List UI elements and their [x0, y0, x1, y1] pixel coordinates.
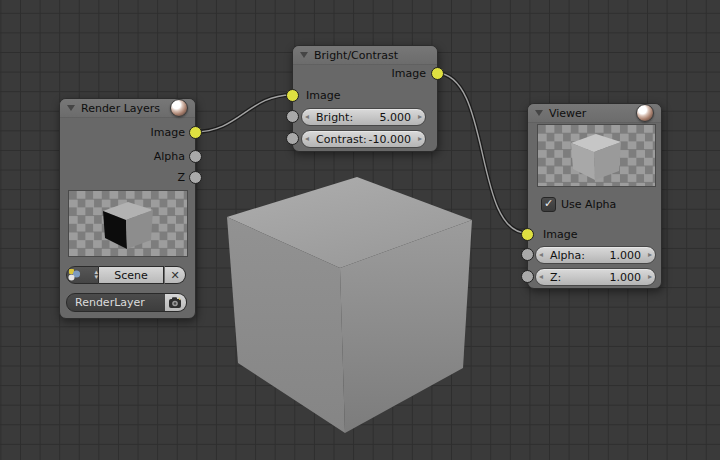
- input-label-image: Image: [543, 228, 577, 241]
- render-camera-icon: [168, 296, 183, 309]
- input-socket-z[interactable]: [521, 270, 534, 283]
- output-label-alpha: Alpha: [154, 150, 185, 163]
- render-layer-dropdown[interactable]: RenderLayer ▴ ▾: [66, 293, 176, 312]
- viewer-header[interactable]: Viewer: [528, 104, 661, 123]
- node-title: Render Layers: [81, 102, 160, 115]
- node-bright-contrast[interactable]: Bright/Contrast Image Image ◂ Bright: 5.…: [292, 45, 438, 152]
- output-label-z: Z: [177, 171, 185, 184]
- viewer-preview-thumbnail: [537, 124, 656, 187]
- decrement-arrow-icon[interactable]: ◂: [302, 132, 312, 146]
- bright-contrast-header[interactable]: Bright/Contrast: [293, 46, 437, 65]
- scene-icon: [67, 268, 82, 282]
- input-label-image: Image: [306, 89, 340, 102]
- input-socket-image[interactable]: [286, 89, 299, 102]
- increment-arrow-icon[interactable]: ▸: [415, 132, 425, 146]
- z-value: 1.000: [609, 271, 645, 284]
- output-socket-image[interactable]: [189, 126, 202, 139]
- output-label-image: Image: [151, 126, 185, 139]
- bright-slider[interactable]: ◂ Bright: 5.000 ▸: [301, 108, 426, 126]
- node-title: Viewer: [549, 107, 586, 120]
- noodle-brightcontrast-to-viewer: [436, 73, 527, 233]
- output-socket-alpha[interactable]: [189, 150, 202, 163]
- input-socket-contrast[interactable]: [286, 132, 299, 145]
- input-socket-alpha[interactable]: [521, 248, 534, 261]
- render-layer-value: RenderLayer: [75, 296, 145, 309]
- collapse-triangle-icon[interactable]: [300, 52, 308, 58]
- contrast-value: -10.000: [369, 133, 415, 146]
- decrement-arrow-icon[interactable]: ◂: [536, 248, 546, 262]
- scene-cycle-arrows-icon[interactable]: ▴ ▾: [94, 270, 98, 280]
- alpha-slider[interactable]: ◂ Alpha: 1.000 ▸: [535, 246, 656, 264]
- scene-name-field[interactable]: Scene: [99, 266, 164, 284]
- output-socket-image[interactable]: [431, 67, 444, 80]
- node-viewer[interactable]: Viewer ✓ Use Alpha Image ◂ Alpha: 1.000 …: [527, 103, 662, 289]
- collapse-triangle-icon[interactable]: [535, 110, 543, 116]
- material-sphere-icon[interactable]: [636, 104, 654, 122]
- output-label-image: Image: [392, 67, 426, 80]
- scene-browse-button[interactable]: ▴ ▾: [66, 266, 99, 284]
- render-preview-thumbnail: [68, 190, 188, 257]
- preview-cube-dark: [69, 191, 187, 256]
- alpha-value: 1.000: [609, 249, 645, 262]
- check-icon: ✓: [544, 197, 553, 210]
- rerender-layer-button[interactable]: [165, 293, 187, 312]
- input-socket-image[interactable]: [521, 228, 534, 241]
- contrast-slider[interactable]: ◂ Contrast: -10.000 ▸: [301, 130, 426, 148]
- increment-arrow-icon[interactable]: ▸: [645, 248, 655, 262]
- increment-arrow-icon[interactable]: ▸: [645, 270, 655, 284]
- collapse-triangle-icon[interactable]: [67, 105, 75, 111]
- bright-value: 5.000: [379, 111, 415, 124]
- scene-selector[interactable]: ▴ ▾ Scene ✕: [66, 266, 186, 284]
- increment-arrow-icon[interactable]: ▸: [415, 110, 425, 124]
- decrement-arrow-icon[interactable]: ◂: [302, 110, 312, 124]
- noodle-renderlayers-to-brightcontrast: [194, 95, 292, 132]
- scene-unlink-button[interactable]: ✕: [164, 266, 186, 284]
- output-socket-z[interactable]: [189, 171, 202, 184]
- material-sphere-icon[interactable]: [170, 99, 188, 117]
- node-render-layers[interactable]: Render Layers Image Alpha Z: [59, 98, 196, 319]
- node-editor-canvas[interactable]: Render Layers Image Alpha Z: [0, 0, 720, 460]
- use-alpha-checkbox[interactable]: ✓: [541, 197, 556, 212]
- use-alpha-label: Use Alpha: [561, 198, 616, 211]
- preview-cube-light: [538, 125, 655, 186]
- input-socket-bright[interactable]: [286, 110, 299, 123]
- z-slider[interactable]: ◂ Z: 1.000 ▸: [535, 268, 656, 286]
- render-layers-header[interactable]: Render Layers: [60, 99, 195, 118]
- node-title: Bright/Contrast: [314, 49, 398, 62]
- decrement-arrow-icon[interactable]: ◂: [536, 270, 546, 284]
